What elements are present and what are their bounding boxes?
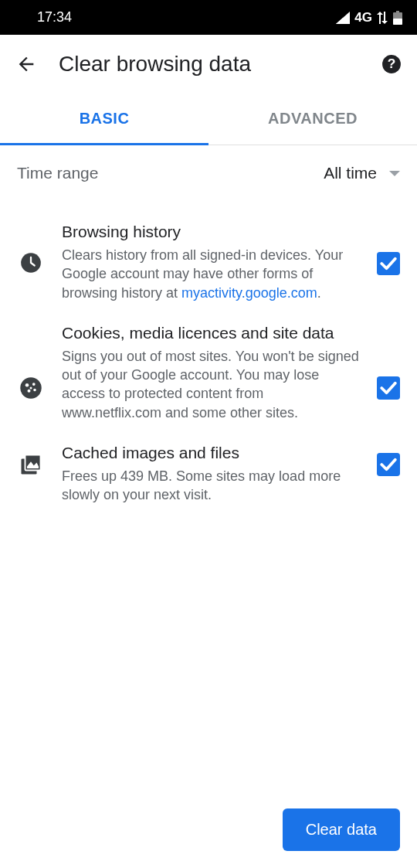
option-title: Browsing history bbox=[62, 223, 360, 241]
svg-point-12 bbox=[30, 386, 32, 389]
option-browsing-history[interactable]: Browsing history Clears history from all… bbox=[0, 201, 417, 302]
network-type: 4G bbox=[354, 10, 372, 26]
signal-icon bbox=[336, 12, 350, 24]
clock-icon bbox=[17, 223, 45, 274]
time-range-value: All time bbox=[324, 164, 400, 182]
svg-point-8 bbox=[25, 383, 29, 387]
option-content: Browsing history Clears history from all… bbox=[62, 223, 360, 302]
svg-text:?: ? bbox=[388, 56, 396, 71]
svg-point-9 bbox=[32, 383, 36, 386]
option-content: Cached images and files Frees up 439 MB.… bbox=[62, 444, 360, 505]
time-range-label: Time range bbox=[17, 164, 98, 182]
page-title: Clear browsing data bbox=[59, 52, 360, 77]
header: Clear browsing data ? bbox=[0, 35, 417, 93]
option-desc: Frees up 439 MB. Some sites may load mor… bbox=[62, 467, 360, 505]
cookie-icon bbox=[17, 324, 45, 400]
svg-rect-1 bbox=[396, 11, 399, 12]
checkbox-cookies[interactable] bbox=[377, 324, 400, 403]
help-button[interactable]: ? bbox=[381, 54, 402, 74]
tab-basic[interactable]: BASIC bbox=[0, 93, 208, 145]
option-title: Cookies, media licences and site data bbox=[62, 324, 360, 342]
option-content: Cookies, media licences and site data Si… bbox=[62, 324, 360, 422]
option-cookies[interactable]: Cookies, media licences and site data Si… bbox=[0, 302, 417, 422]
myactivity-link[interactable]: myactivity.google.com bbox=[181, 285, 317, 301]
status-bar: 17:34 4G bbox=[0, 0, 417, 35]
data-arrows-icon bbox=[377, 12, 388, 24]
status-right: 4G bbox=[336, 10, 403, 26]
status-time: 17:34 bbox=[37, 9, 72, 26]
clear-data-button[interactable]: Clear data bbox=[283, 808, 400, 851]
svg-rect-2 bbox=[393, 19, 402, 25]
option-title: Cached images and files bbox=[62, 444, 360, 462]
svg-point-10 bbox=[28, 390, 31, 393]
option-desc: Signs you out of most sites. You won't b… bbox=[62, 347, 360, 422]
battery-icon bbox=[392, 11, 403, 25]
checkbox-cache[interactable] bbox=[377, 444, 400, 479]
time-range-selector[interactable]: Time range All time bbox=[0, 145, 417, 201]
tab-advanced[interactable]: ADVANCED bbox=[208, 93, 417, 145]
checkbox-history[interactable] bbox=[377, 223, 400, 278]
option-cache[interactable]: Cached images and files Frees up 439 MB.… bbox=[0, 422, 417, 505]
tabs: BASIC ADVANCED bbox=[0, 93, 417, 145]
time-range-text: All time bbox=[324, 164, 377, 182]
back-button[interactable] bbox=[15, 53, 37, 75]
svg-point-11 bbox=[33, 389, 36, 392]
images-icon bbox=[17, 444, 45, 476]
option-desc: Clears history from all signed-in device… bbox=[62, 246, 360, 302]
dropdown-icon bbox=[389, 171, 400, 176]
